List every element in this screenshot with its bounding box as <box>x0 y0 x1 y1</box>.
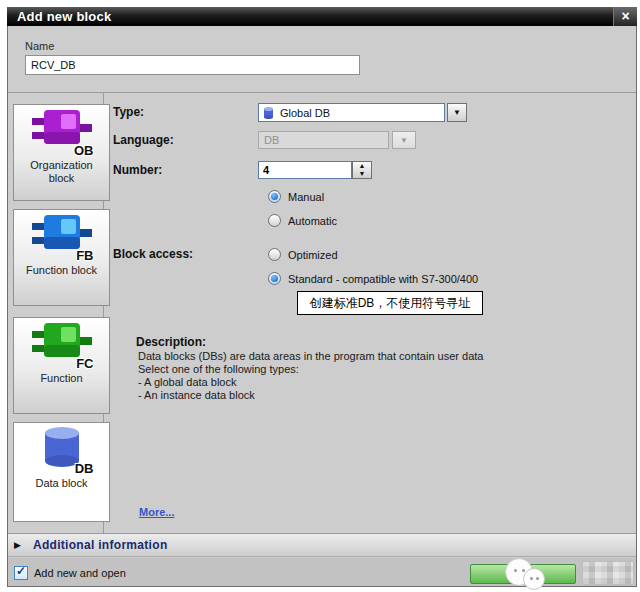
description-line: - An instance data block <box>138 389 255 401</box>
watermark-emoji-icon <box>523 568 545 590</box>
radio-unselected-icon <box>268 214 281 227</box>
fb-block-icon: FB <box>30 244 94 261</box>
type-select[interactable]: Global DB <box>258 103 445 122</box>
blurred-button[interactable] <box>582 561 634 585</box>
add-new-block-dialog: Add new block × Name OB Organization blo… <box>0 0 640 592</box>
sidebar-item-label: Function <box>14 370 109 391</box>
name-input[interactable] <box>25 55 360 75</box>
sidebar-item-function[interactable]: FC Function <box>13 317 110 414</box>
fc-block-icon: FC <box>30 352 94 369</box>
name-label: Name <box>25 40 54 52</box>
type-label: Type: <box>113 105 144 119</box>
checkmark-icon: ✓ <box>16 564 26 578</box>
additional-information-label: Additional information <box>33 538 168 552</box>
dialog-title: Add new block <box>7 9 111 24</box>
stepper-up-icon[interactable]: ▲ <box>359 162 366 169</box>
db-cylinder-icon: DB <box>30 457 94 474</box>
tooltip-standard-db: 创建标准DB，不使用符号寻址 <box>297 291 483 315</box>
chevron-right-icon: ▶ <box>14 540 21 550</box>
radio-unselected-icon <box>268 248 281 261</box>
db-cylinder-icon <box>263 106 274 120</box>
ob-block-icon: OB <box>30 139 94 156</box>
sidebar-item-label: Function block <box>14 262 109 283</box>
description-line: Data blocks (DBs) are data areas in the … <box>138 350 483 362</box>
sidebar-item-data-block[interactable]: DB Data block <box>13 422 110 522</box>
add-new-and-open-checkbox[interactable]: ✓ <box>14 566 28 580</box>
sidebar-item-organization-block[interactable]: OB Organization block <box>13 104 110 201</box>
radio-automatic-label: Automatic <box>288 215 337 227</box>
radio-optimized-label: Optimized <box>288 249 338 261</box>
sidebar-item-label: Data block <box>14 475 109 496</box>
db-badge: DB <box>75 461 94 476</box>
type-value: Global DB <box>280 107 330 119</box>
fc-badge: FC <box>76 356 93 371</box>
description-line: Select one of the following types: <box>138 363 299 375</box>
more-link[interactable]: More... <box>139 506 174 518</box>
add-new-and-open-label: Add new and open <box>34 567 126 579</box>
language-select[interactable]: DB <box>258 131 389 149</box>
block-access-label: Block access: <box>113 247 193 261</box>
close-icon[interactable]: × <box>613 7 637 26</box>
additional-information-expander[interactable]: ▶ Additional information <box>8 533 636 557</box>
radio-manual[interactable]: Manual <box>268 190 324 203</box>
radio-selected-icon <box>268 272 281 285</box>
radio-standard-label: Standard - compatible with S7-300/400 <box>288 273 478 285</box>
ob-badge: OB <box>74 143 94 158</box>
radio-selected-icon <box>268 190 281 203</box>
stepper-down-icon[interactable]: ▼ <box>359 170 366 177</box>
description-line: - A global data block <box>138 376 236 388</box>
sidebar-item-label: Organization block <box>14 157 109 191</box>
number-label: Number: <box>113 163 162 177</box>
sidebar-item-function-block[interactable]: FB Function block <box>13 209 110 306</box>
radio-automatic[interactable]: Automatic <box>268 214 337 227</box>
language-value: DB <box>264 134 279 146</box>
language-label: Language: <box>113 133 174 147</box>
description-label: Description: <box>136 335 206 349</box>
fb-badge: FB <box>76 248 93 263</box>
radio-optimized[interactable]: Optimized <box>268 248 338 261</box>
dialog-titlebar: Add new block × <box>7 7 637 26</box>
radio-manual-label: Manual <box>288 191 324 203</box>
radio-standard[interactable]: Standard - compatible with S7-300/400 <box>268 272 478 285</box>
number-stepper[interactable]: ▲▼ <box>352 161 372 179</box>
language-dropdown-arrow-icon[interactable]: ▼ <box>392 131 416 149</box>
number-input[interactable] <box>258 161 352 179</box>
type-dropdown-arrow-icon[interactable]: ▼ <box>447 103 467 122</box>
